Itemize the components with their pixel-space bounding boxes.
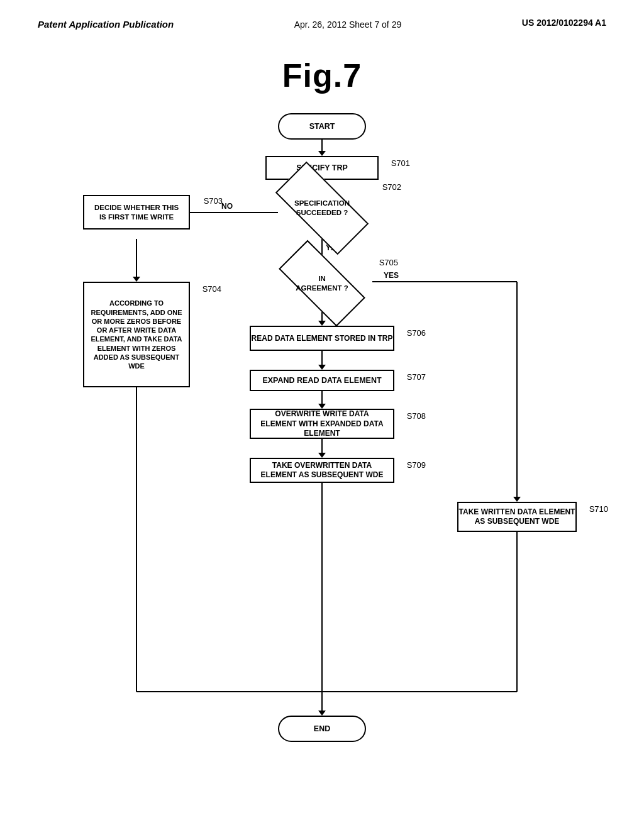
s710-label: S710 [589,504,608,515]
s709-label: S709 [407,460,426,471]
svg-marker-1 [318,151,326,156]
figure-title: Fig.7 [0,57,644,94]
page-header: Patent Application Publication Apr. 26, … [0,0,644,38]
s704-label: S704 [203,284,221,295]
s710-node: TAKE WRITTEN DATA ELEMENTAS SUBSEQUENT W… [457,502,577,532]
svg-text:YES: YES [384,271,399,280]
s705-label: S705 [379,258,398,268]
svg-text:NO: NO [221,202,233,211]
start-node: START [278,113,366,140]
s705-node: INAGREEMENT ? S705 [281,263,363,304]
s709-node: TAKE OVERWRITTEN DATAELEMENT AS SUBSEQUE… [250,458,394,483]
s706-node: READ DATA ELEMENT STORED IN TRP S706 [250,326,394,351]
s703-label: S703 [204,196,223,207]
s706-label: S706 [407,328,426,339]
s708-label: S708 [407,411,426,422]
s702-node: SPECIFICATIONSUCCEEDED ? S702 [278,186,366,230]
svg-marker-20 [318,404,326,409]
s704-node: ACCORDING TOREQUIREMENTS, ADD ONEOR MORE… [83,282,190,387]
s702-label: S702 [382,182,401,193]
s707-label: S707 [407,372,426,383]
s701-label: S701 [391,158,410,169]
svg-marker-30 [318,711,326,716]
publication-label: Patent Application Publication [38,18,174,31]
flowchart: YES NO YES NO [39,113,605,761]
svg-marker-18 [318,365,326,370]
s703-node: DECIDE WHETHER THISIS FIRST TIME WRITE S… [83,195,190,230]
svg-marker-22 [318,453,326,458]
svg-marker-11 [133,277,140,282]
end-node: END [278,716,366,742]
svg-marker-25 [513,497,521,502]
svg-marker-15 [318,321,326,326]
s707-node: EXPAND READ DATA ELEMENT S707 [250,370,394,391]
sheet-info: Apr. 26, 2012 Sheet 7 of 29 [294,18,401,31]
s708-node: OVERWRITE WRITE DATAELEMENT WITH EXPANDE… [250,409,394,439]
patent-number: US 2012/0102294 A1 [522,18,606,28]
